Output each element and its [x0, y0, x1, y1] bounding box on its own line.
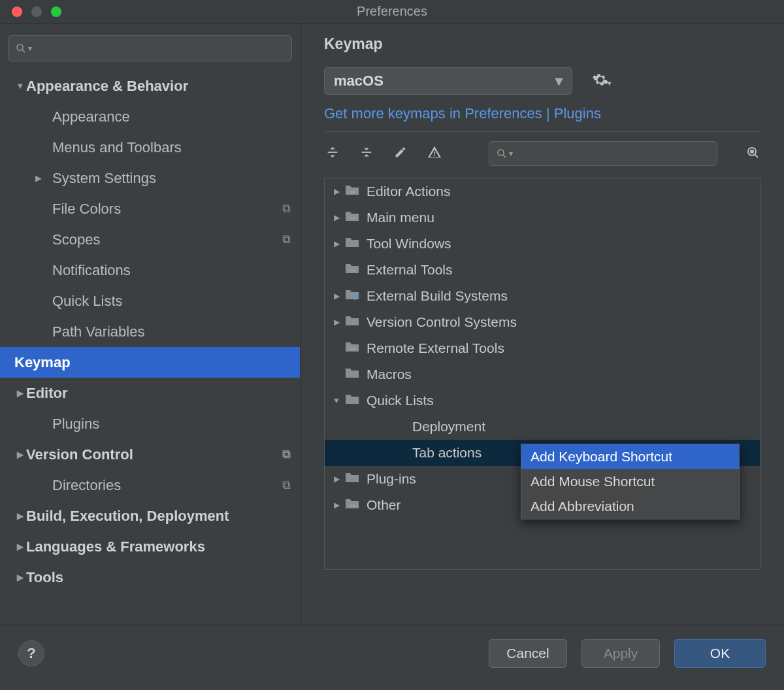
svg-rect-13: [348, 270, 350, 271]
minimize-window-button[interactable]: [31, 7, 42, 17]
sidebar-item-label: Appearance: [33, 108, 130, 125]
warning-icon[interactable]: [426, 145, 443, 163]
chevron-right-icon: ▶: [329, 318, 344, 327]
sidebar-item-menus-and-toolbars[interactable]: Menus and Toolbars: [0, 132, 300, 163]
folder-color-icon: [344, 262, 363, 278]
sidebar-item-quick-lists[interactable]: Quick Lists: [0, 286, 300, 316]
sidebar-item-label: Keymap: [14, 354, 71, 371]
svg-rect-15: [353, 270, 355, 271]
folder-icon: [344, 471, 363, 487]
ok-button[interactable]: OK: [674, 639, 766, 668]
folder-icon: [344, 314, 363, 331]
action-label: Macros: [367, 367, 412, 382]
context-menu-item-add-abbreviation[interactable]: Add Abbreviation: [521, 494, 739, 519]
expand-all-icon[interactable]: [324, 145, 341, 163]
svg-rect-12: [353, 218, 355, 219]
chevron-right-icon: ▶: [14, 542, 26, 551]
search-icon: [496, 148, 508, 159]
search-dropdown-icon[interactable]: ▾: [28, 44, 32, 53]
context-menu-item-add-mouse-shortcut[interactable]: Add Mouse Shortcut: [521, 469, 739, 494]
sidebar-item-label: Appearance & Behavior: [26, 78, 188, 95]
action-row-quick-lists[interactable]: ▼Quick Lists: [325, 387, 760, 414]
folder-icon: [344, 367, 363, 383]
sidebar-item-path-variables[interactable]: Path Variables: [0, 316, 300, 347]
divider: [324, 131, 760, 132]
action-row-external-tools[interactable]: External Tools: [325, 257, 760, 283]
svg-rect-20: [353, 348, 355, 350]
sidebar-item-build-execution-deployment[interactable]: ▶Build, Execution, Deployment: [0, 501, 300, 531]
sidebar-item-label: Notifications: [33, 262, 131, 279]
sidebar-item-appearance[interactable]: Appearance: [0, 101, 300, 132]
keymap-toolbar: ▾: [324, 141, 760, 166]
sidebar-item-editor[interactable]: ▶Editor: [0, 378, 300, 408]
maximize-window-button[interactable]: [51, 7, 61, 17]
action-row-macros[interactable]: Macros: [325, 361, 760, 387]
chevron-right-icon: ▶: [33, 173, 44, 183]
chevron-right-icon: ▶: [14, 572, 26, 582]
sidebar-item-label: Tools: [26, 569, 63, 586]
cancel-button[interactable]: Cancel: [489, 639, 567, 668]
sidebar-item-keymap[interactable]: Keymap: [0, 347, 300, 378]
collapse-all-icon[interactable]: [358, 145, 375, 163]
keymap-scheme-select[interactable]: macOS ▾: [324, 67, 572, 95]
gear-icon[interactable]: ▾: [592, 71, 617, 91]
keymap-scheme-value: macOS: [334, 73, 384, 90]
sidebar-item-directories[interactable]: Directories⧉: [0, 470, 300, 501]
chevron-down-icon: ▾: [555, 73, 563, 90]
sidebar-item-tools[interactable]: ▶Tools: [0, 562, 300, 593]
action-label: Main menu: [367, 210, 434, 225]
action-row-editor-actions[interactable]: ▶Editor Actions: [325, 178, 760, 205]
action-row-external-build-systems[interactable]: ▶External Build Systems: [325, 283, 760, 309]
project-scope-icon: ⧉: [282, 478, 291, 492]
preferences-main-panel: Keymap macOS ▾ ▾ Get more keymaps in Pre…: [301, 24, 784, 625]
svg-rect-23: [353, 505, 355, 506]
sidebar-item-notifications[interactable]: Notifications: [0, 255, 300, 286]
svg-rect-22: [350, 505, 352, 506]
action-row-version-control-systems[interactable]: ▶Version Control Systems: [325, 309, 760, 335]
sidebar-item-label: Plugins: [33, 416, 99, 433]
action-row-main-menu[interactable]: ▶Main menu: [325, 205, 760, 231]
svg-line-3: [503, 155, 506, 157]
svg-line-1: [22, 50, 25, 52]
chevron-right-icon: ▶: [14, 511, 26, 521]
project-scope-icon: ⧉: [282, 448, 291, 461]
action-row-remote-external-tools[interactable]: Remote External Tools: [325, 335, 760, 361]
chevron-right-icon: ▶: [329, 213, 344, 222]
sidebar-item-system-settings[interactable]: ▶System Settings: [0, 163, 300, 193]
sidebar-item-languages-frameworks[interactable]: ▶Languages & Frameworks: [0, 531, 300, 562]
sidebar-item-appearance-behavior[interactable]: ▼Appearance & Behavior: [0, 71, 300, 101]
apply-button[interactable]: Apply: [581, 639, 660, 668]
chevron-right-icon: ▶: [14, 450, 26, 459]
context-menu-item-add-keyboard-shortcut[interactable]: Add Keyboard Shortcut: [521, 444, 739, 469]
sidebar-search-input[interactable]: ▾: [8, 35, 292, 61]
chevron-down-icon: ▼: [14, 81, 26, 91]
sidebar-item-label: Quick Lists: [33, 293, 123, 310]
svg-rect-18: [348, 348, 350, 350]
sidebar-item-file-colors[interactable]: File Colors⧉: [0, 193, 300, 224]
action-row-tool-windows[interactable]: ▶Tool Windows: [325, 231, 760, 257]
sidebar-item-label: Path Variables: [33, 323, 144, 340]
chevron-right-icon: ▶: [14, 388, 26, 398]
chevron-right-icon: ▶: [329, 474, 344, 484]
action-label: Other: [367, 497, 401, 513]
sidebar-item-version-control[interactable]: ▶Version Control⧉: [0, 439, 300, 470]
action-label: Tool Windows: [367, 236, 451, 252]
find-by-shortcut-icon[interactable]: [745, 144, 760, 163]
sidebar-item-label: File Colors: [33, 201, 121, 218]
action-search-input[interactable]: ▾: [489, 141, 717, 166]
svg-rect-11: [350, 218, 352, 219]
help-button[interactable]: ?: [18, 640, 44, 666]
action-tree[interactable]: ▶Editor Actions▶Main menu▶Tool WindowsEx…: [324, 178, 760, 570]
chevron-right-icon: ▶: [329, 239, 344, 248]
folder-gear-icon: [344, 288, 363, 304]
action-label: Deployment: [412, 419, 485, 435]
sidebar-item-scopes[interactable]: Scopes⧉: [0, 224, 300, 255]
get-more-keymaps-link[interactable]: Get more keymaps in Preferences | Plugin…: [324, 105, 760, 122]
page-heading: Keymap: [324, 35, 760, 53]
edit-icon[interactable]: [392, 146, 409, 162]
close-window-button[interactable]: [12, 7, 22, 17]
sidebar-item-plugins[interactable]: Plugins: [0, 408, 300, 439]
chevron-down-icon: ▼: [329, 396, 344, 405]
action-row-deployment[interactable]: Deployment: [325, 414, 760, 440]
search-dropdown-icon[interactable]: ▾: [509, 149, 513, 158]
